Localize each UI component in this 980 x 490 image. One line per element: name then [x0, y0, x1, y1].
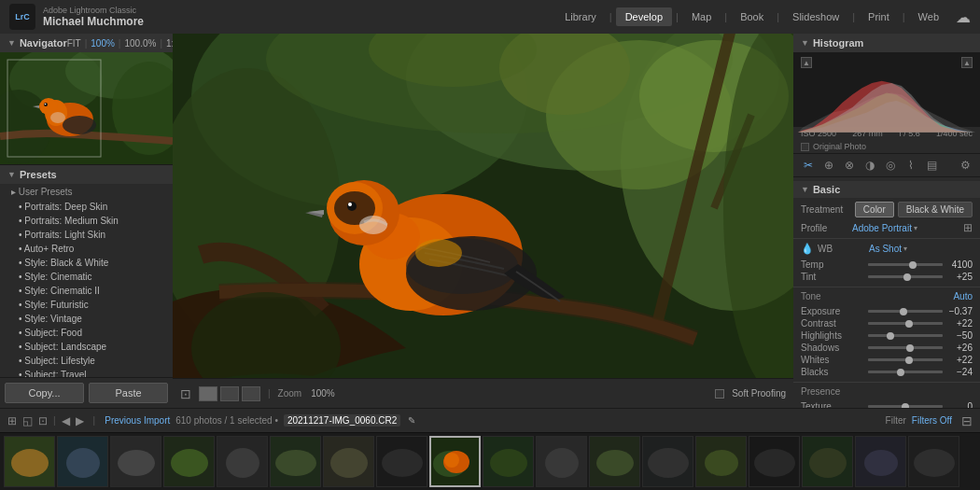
histogram-clipping-right[interactable]: ▲	[961, 57, 973, 68]
filmstrip-thumb-1[interactable]	[4, 436, 55, 487]
settings-icon[interactable]: ⚙	[958, 158, 973, 173]
filmstrip-thumb-4[interactable]	[163, 436, 215, 487]
preset-subject-travel[interactable]: • Subject: Travel	[0, 368, 173, 377]
preset-portraits-deep[interactable]: • Portraits: Deep Skin	[0, 200, 173, 214]
shadows-slider[interactable]	[868, 346, 943, 349]
blacks-thumb[interactable]	[897, 369, 904, 376]
filter-value[interactable]: Filters Off	[912, 415, 952, 426]
filmstrip-thumb-13[interactable]	[642, 436, 693, 487]
preset-style-cinematic2[interactable]: • Style: Cinematic II	[0, 284, 173, 298]
profile-grid-icon[interactable]: ⊞	[963, 221, 973, 234]
filmstrip-thumb-selected[interactable]	[429, 436, 481, 487]
wb-dropdown-icon[interactable]: ▾	[903, 245, 907, 253]
preset-subject-lifestyle[interactable]: • Subject: Lifestyle	[0, 354, 173, 368]
loupe-icon[interactable]: ◱	[22, 414, 33, 427]
preset-style-vintage[interactable]: • Style: Vintage	[0, 312, 173, 326]
filmstrip-thumb-3[interactable]	[110, 436, 161, 487]
blacks-slider[interactable]	[868, 371, 943, 373]
whites-thumb[interactable]	[905, 357, 913, 364]
filmstrip-settings-icon[interactable]: ⊟	[961, 413, 973, 428]
temp-slider[interactable]	[868, 263, 943, 266]
filmstrip-thumb-18[interactable]	[908, 436, 959, 487]
compare-icon[interactable]: ⊡	[38, 414, 48, 427]
histogram-clipping-left[interactable]: ▲	[801, 57, 812, 68]
copy-button[interactable]: Copy...	[5, 383, 84, 403]
bw-btn[interactable]: Black & White	[898, 202, 973, 217]
redeye-tool[interactable]: ⊗	[842, 158, 857, 173]
filmstrip-thumb-16[interactable]	[802, 436, 853, 487]
highlights-slider[interactable]	[868, 334, 943, 337]
temp-thumb[interactable]	[909, 261, 917, 269]
highlights-thumb[interactable]	[887, 332, 894, 340]
tint-thumb[interactable]	[903, 273, 911, 281]
tone-curve-tool[interactable]: ⌇	[903, 158, 918, 173]
zoom-11[interactable]: 1:1	[166, 38, 173, 49]
preset-subject-food[interactable]: • Subject: Food	[0, 326, 173, 340]
view-btn-survey[interactable]	[242, 386, 260, 401]
paste-button[interactable]: Paste	[89, 383, 168, 403]
preset-portraits-medium[interactable]: • Portraits: Medium Skin	[0, 214, 173, 228]
profile-dropdown-icon[interactable]: ▾	[914, 224, 917, 232]
nav-print[interactable]: Print	[859, 7, 899, 26]
zoom-custom[interactable]: 100.0%	[124, 38, 156, 49]
grid-view-icon[interactable]: ⊞	[7, 414, 17, 427]
filmstrip-thumb-12[interactable]	[589, 436, 640, 487]
whites-slider[interactable]	[868, 358, 943, 361]
filmstrip-thumb-7[interactable]	[323, 436, 374, 487]
preset-style-cinematic[interactable]: • Style: Cinematic	[0, 270, 173, 284]
hsl-tool[interactable]: ▤	[924, 158, 939, 173]
preset-subject-landscape[interactable]: • Subject: Landscape	[0, 340, 173, 354]
texture-slider[interactable]	[868, 405, 943, 408]
filmstrip-thumb-15[interactable]	[749, 436, 800, 487]
original-photo-checkbox[interactable]	[801, 143, 809, 151]
filmstrip-thumb-5[interactable]	[217, 436, 268, 487]
view-btn-compare[interactable]	[220, 386, 239, 401]
profile-value[interactable]: Adobe Portrait	[852, 223, 912, 233]
zoom-100[interactable]: 100%	[91, 38, 115, 49]
filmstrip-thumb-17[interactable]	[855, 436, 906, 487]
preset-portraits-light[interactable]: • Portraits: Light Skin	[0, 228, 173, 242]
exposure-slider[interactable]	[868, 310, 943, 313]
presets-header[interactable]: ▼ Presets	[0, 165, 173, 184]
filmstrip-thumb-6[interactable]	[270, 436, 321, 487]
tint-slider[interactable]	[868, 275, 943, 278]
nav-map[interactable]: Map	[682, 7, 721, 26]
shadows-thumb[interactable]	[906, 344, 914, 352]
nav-library[interactable]: Library	[555, 7, 606, 26]
zoom-fit[interactable]: FIT	[67, 38, 81, 49]
cloud-icon[interactable]: ☁	[956, 8, 971, 26]
eyedropper-icon[interactable]: 💧	[801, 243, 814, 255]
crop-tool[interactable]: ✂	[801, 158, 816, 173]
nav-book[interactable]: Book	[731, 7, 773, 26]
wb-value[interactable]: As Shot	[869, 244, 902, 254]
preset-style-bw[interactable]: • Style: Black & White	[0, 256, 173, 270]
filmstrip-thumb-2[interactable]	[57, 436, 108, 487]
file-edit-icon[interactable]: ✎	[408, 415, 415, 426]
color-btn[interactable]: Color	[855, 202, 894, 217]
image-container[interactable]	[173, 34, 793, 378]
spot-tool[interactable]: ◎	[883, 158, 898, 173]
filmstrip-thumb-8[interactable]	[376, 436, 427, 487]
contrast-slider[interactable]	[868, 322, 943, 325]
texture-thumb[interactable]	[902, 403, 909, 409]
preset-style-futuristic[interactable]: • Style: Futuristic	[0, 298, 173, 312]
healing-tool[interactable]: ⊕	[821, 158, 836, 173]
nav-left-arrow[interactable]: ◀	[62, 414, 70, 427]
nav-develop[interactable]: Develop	[616, 7, 672, 26]
filmstrip-thumb-14[interactable]	[695, 436, 747, 487]
nav-slideshow[interactable]: Slideshow	[783, 7, 848, 26]
crop-tool-icon[interactable]: ⊡	[180, 386, 191, 401]
soft-proofing-checkbox[interactable]	[715, 389, 724, 399]
filmstrip-thumb-10[interactable]	[483, 436, 534, 487]
basic-header[interactable]: ▼ Basic	[793, 181, 980, 198]
nav-right-arrow[interactable]: ▶	[76, 414, 84, 427]
contrast-thumb[interactable]	[905, 320, 913, 328]
exposure-thumb[interactable]	[900, 308, 907, 315]
navigator-preview[interactable]	[0, 52, 173, 164]
auto-btn[interactable]: Auto	[953, 291, 973, 301]
masking-tool[interactable]: ◑	[862, 158, 877, 173]
filmstrip-thumb-11[interactable]	[536, 436, 587, 487]
nav-web[interactable]: Web	[909, 7, 948, 26]
previous-import-label[interactable]: Previous Import	[105, 415, 170, 426]
histogram-header[interactable]: ▼ Histogram	[793, 34, 980, 52]
